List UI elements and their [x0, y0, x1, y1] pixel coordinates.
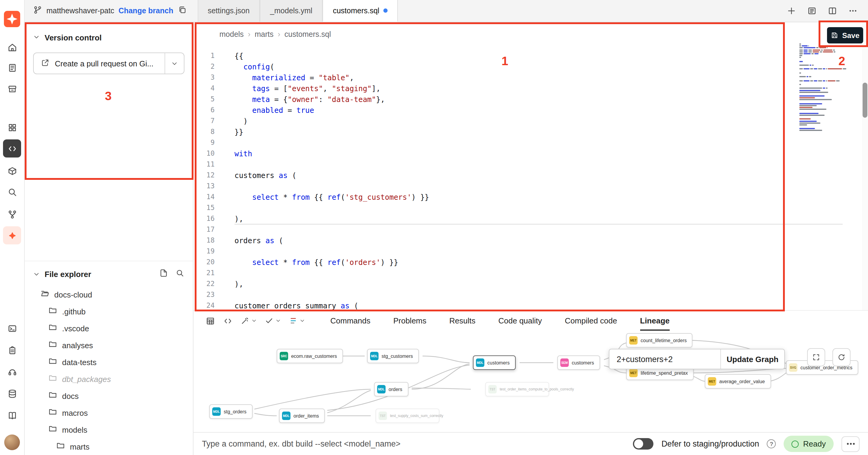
code-line[interactable] [235, 181, 868, 192]
breadcrumb-item[interactable]: marts [255, 30, 274, 39]
tab-_models.yml[interactable]: _models.yml [260, 0, 322, 22]
bottom-tab-results[interactable]: Results [450, 311, 475, 331]
vertical-scrollbar[interactable] [862, 22, 868, 310]
search-icon[interactable] [176, 268, 184, 280]
database-icon[interactable] [3, 385, 21, 402]
user-avatar[interactable] [4, 434, 20, 450]
bottom-tab-lineage[interactable]: Lineage [640, 311, 670, 331]
tab-settings.json[interactable]: settings.json [197, 0, 260, 22]
code-line[interactable] [235, 138, 868, 148]
code-line[interactable]: ), [235, 279, 868, 290]
lineage-node-raw-customers[interactable]: SRCecom.raw_customers [277, 349, 343, 363]
code-line[interactable] [235, 225, 868, 235]
refresh-graph-button[interactable] [832, 348, 850, 366]
create-pr-button[interactable]: Create a pull request on Gi... [33, 53, 184, 74]
code-line[interactable]: }} [235, 127, 868, 138]
headset-icon[interactable] [3, 363, 21, 381]
code-line[interactable] [235, 246, 868, 257]
code-line[interactable]: with [235, 148, 868, 159]
dbt-logo[interactable] [4, 11, 20, 27]
code-line[interactable]: meta = {"owner": "data-team"}, [235, 94, 868, 105]
panel-list-icon[interactable] [807, 5, 817, 16]
file-explorer-header[interactable]: File explorer [25, 261, 193, 286]
archive-icon[interactable] [3, 80, 21, 98]
status-ready-badge[interactable]: Ready [784, 436, 834, 452]
lineage-selector-input[interactable]: 2+customers+2 [610, 349, 720, 369]
tree-item-models[interactable]: models [25, 421, 193, 438]
package-icon[interactable] [3, 162, 21, 180]
tree-item-.github[interactable]: .github [25, 303, 193, 320]
lint-check-icon[interactable] [265, 316, 281, 325]
format-wand-icon[interactable] [241, 316, 257, 325]
git-fork-icon[interactable] [3, 205, 21, 223]
tree-item-docs[interactable]: docs [25, 388, 193, 404]
code-editor-icon[interactable] [3, 139, 21, 158]
scrollbar-thumb[interactable] [863, 83, 867, 118]
diff-icon[interactable] [289, 316, 305, 325]
tree-item-dbt_packages[interactable]: dbt_packages [25, 371, 193, 388]
breadcrumb-item[interactable]: customers.sql [284, 30, 331, 39]
lineage-node-orders[interactable]: MDLorders [374, 382, 408, 396]
tree-item-.vscode[interactable]: .vscode [25, 320, 193, 337]
tree-item-docs-cloud[interactable]: docs-cloud [25, 286, 193, 303]
code-line[interactable]: ) [235, 116, 868, 127]
bottom-tab-code-quality[interactable]: Code quality [498, 311, 542, 331]
code-line[interactable] [235, 203, 868, 214]
bottom-tab-commands[interactable]: Commands [330, 311, 370, 331]
split-view-icon[interactable] [827, 5, 838, 16]
terminal-icon[interactable] [3, 319, 21, 337]
lineage-node-order-items[interactable]: MDLorder_items [279, 408, 325, 423]
lineage-panel[interactable]: SRCecom.raw_customersMDLstg_customersMDL… [193, 331, 868, 432]
change-branch-link[interactable]: Change branch [119, 7, 173, 15]
tree-item-marts[interactable]: marts [25, 438, 193, 455]
status-overflow-button[interactable] [841, 436, 860, 452]
code-line[interactable]: select * from {{ ref('orders') }} [235, 257, 868, 268]
grid-icon[interactable] [3, 118, 21, 136]
home-icon[interactable] [3, 38, 21, 56]
code-line[interactable]: select * from {{ ref('stg_customers') }} [235, 192, 868, 203]
code-line[interactable] [235, 159, 868, 170]
create-pr-main[interactable]: Create a pull request on Gi... [34, 53, 164, 74]
new-file-icon[interactable] [159, 268, 168, 280]
code-line[interactable]: {{ [235, 51, 868, 61]
help-icon[interactable]: ? [767, 439, 776, 448]
code-line[interactable] [235, 268, 868, 279]
bottom-tab-problems[interactable]: Problems [393, 311, 427, 331]
lineage-node-average-order-value[interactable]: METaverage_order_value [705, 374, 771, 389]
breadcrumb-item[interactable]: models [219, 30, 244, 39]
minimap[interactable] [799, 44, 860, 132]
overflow-menu-icon[interactable] [847, 5, 858, 16]
code-line[interactable]: config( [235, 61, 868, 73]
code-line[interactable]: materialized = "table", [235, 73, 868, 83]
lineage-node-test-supply-costs[interactable]: TSTtest_supply_costs_sum_correctly [375, 408, 439, 423]
tab-customers.sql[interactable]: customers.sql [322, 0, 398, 22]
code-editor[interactable]: models›marts›customers.sql 1234567891011… [193, 22, 868, 310]
results-table-icon[interactable] [206, 316, 215, 325]
code-area[interactable]: 123456789101112131415161718192021222324 … [193, 51, 868, 310]
lineage-node-stg-customers[interactable]: MDLstg_customers [367, 349, 419, 363]
tree-item-analyses[interactable]: analyses [25, 337, 193, 353]
lineage-node-test-order-items[interactable]: TSTtest_order_items_compute_to_pools_cor… [485, 382, 549, 396]
code-line[interactable]: customer_orders_summary as ( [235, 301, 868, 310]
bottom-tab-compiled-code[interactable]: Compiled code [565, 311, 617, 331]
lineage-node-customers-semantic[interactable]: SEMcustomers [557, 356, 600, 370]
lineage-node-stg-orders[interactable]: MDLstg_orders [209, 404, 253, 419]
code-line[interactable]: enabled = true [235, 105, 868, 116]
search-icon[interactable] [3, 183, 21, 201]
copy-icon[interactable] [178, 5, 187, 17]
update-graph-button[interactable]: Update Graph [720, 349, 784, 369]
tree-item-data-tests[interactable]: data-tests [25, 353, 193, 371]
lineage-node-count-lifetime-orders[interactable]: METcount_lifetime_orders [626, 333, 693, 348]
create-pr-dropdown[interactable] [164, 53, 184, 74]
code-line[interactable] [235, 290, 868, 301]
fullscreen-button[interactable] [807, 348, 825, 366]
code-line[interactable]: customers as ( [235, 170, 868, 181]
book-icon[interactable] [3, 406, 21, 424]
version-control-header[interactable]: Version control [25, 22, 193, 43]
code-line[interactable]: tags = ["events", "staging"], [235, 83, 868, 94]
compile-code-icon[interactable] [223, 316, 233, 325]
new-tab-plus-icon[interactable] [786, 5, 797, 16]
clipboard-icon[interactable] [3, 341, 21, 359]
dbt-cloud-icon[interactable] [3, 226, 21, 245]
command-input[interactable] [202, 439, 539, 448]
